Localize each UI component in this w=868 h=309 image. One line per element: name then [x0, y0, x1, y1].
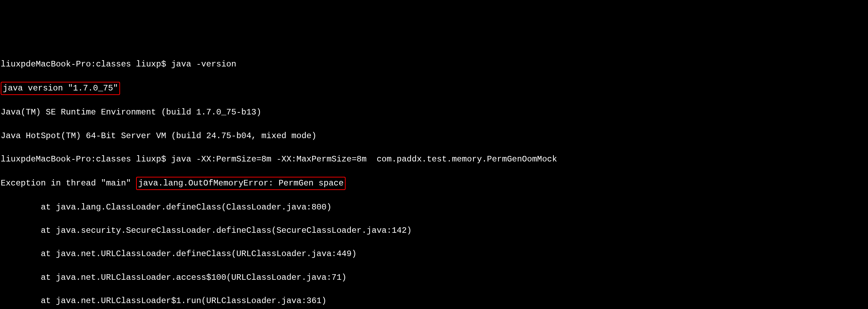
shell-prompt: liuxpdeMacBook-Pro:classes liuxp$ [1, 60, 171, 69]
command-text: java -XX:PermSize=8m -XX:MaxPermSize=8m … [171, 154, 557, 164]
exception-prefix: Exception in thread "main" [1, 179, 136, 188]
terminal-line: java version "1.7.0_75" [1, 82, 867, 95]
highlight-oom-error: java.lang.OutOfMemoryError: PermGen spac… [136, 177, 346, 190]
terminal-line: Exception in thread "main" java.lang.Out… [1, 177, 867, 190]
stack-trace-line: at java.net.URLClassLoader.defineClass(U… [1, 248, 867, 260]
stack-trace-line: at java.security.SecureClassLoader.defin… [1, 225, 867, 237]
terminal-output: liuxpdeMacBook-Pro:classes liuxp$ java -… [0, 47, 868, 309]
stack-trace-line: at java.lang.ClassLoader.defineClass(Cla… [1, 201, 867, 213]
shell-prompt: liuxpdeMacBook-Pro:classes liuxp$ [1, 154, 171, 164]
terminal-line: liuxpdeMacBook-Pro:classes liuxp$ java -… [1, 153, 867, 165]
command-text: java -version [171, 60, 236, 69]
terminal-line: Java HotSpot(TM) 64-Bit Server VM (build… [1, 130, 867, 142]
terminal-line: Java(TM) SE Runtime Environment (build 1… [1, 106, 867, 118]
stack-trace-line: at java.net.URLClassLoader.access$100(UR… [1, 272, 867, 284]
stack-trace-line: at java.net.URLClassLoader$1.run(URLClas… [1, 295, 867, 307]
terminal-line: liuxpdeMacBook-Pro:classes liuxp$ java -… [1, 58, 867, 70]
highlight-java-version: java version "1.7.0_75" [1, 82, 120, 95]
